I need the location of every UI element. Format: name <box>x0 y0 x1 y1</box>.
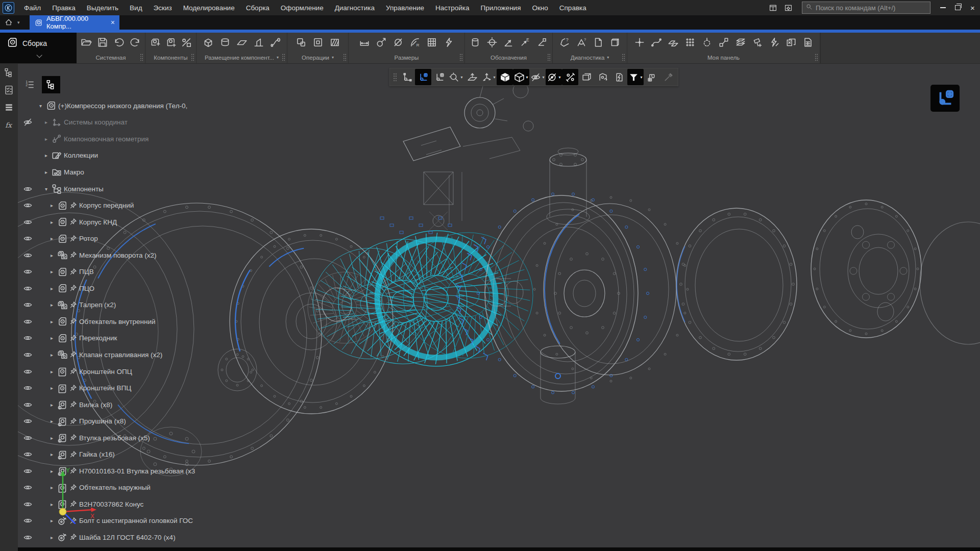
display-solid-button[interactable] <box>497 69 513 85</box>
panel-tree-button[interactable] <box>0 64 18 81</box>
caret-down-icon[interactable]: ▾ <box>558 75 560 80</box>
planes-button[interactable] <box>665 34 681 51</box>
visibility-icon[interactable] <box>21 400 34 410</box>
document-type-panel[interactable]: Сборка <box>0 33 77 63</box>
tree-item-label[interactable]: Макро <box>64 168 84 176</box>
tree-item-label[interactable]: Компоненты <box>64 185 104 193</box>
tree-item-label[interactable]: Вилка (x8) <box>79 401 112 409</box>
filter-objects-button[interactable]: ▾ <box>627 69 644 85</box>
save-button[interactable] <box>95 34 111 51</box>
menu-item-12[interactable]: Окно <box>526 0 553 15</box>
window-layout-button[interactable] <box>766 2 779 13</box>
sketch-button[interactable] <box>699 34 715 51</box>
visibility-icon[interactable] <box>21 416 34 426</box>
group-grip-icon[interactable] <box>140 54 143 61</box>
tree-expand-icon[interactable]: ▸ <box>42 119 50 125</box>
visibility-icon[interactable] <box>21 184 34 194</box>
menu-item-13[interactable]: Справка <box>554 0 592 15</box>
doc-button[interactable] <box>590 34 606 51</box>
tree-row-5[interactable]: ▾Компоненты <box>18 181 258 197</box>
tree-row-19[interactable]: ▸Проушина (x8) <box>18 413 258 430</box>
plane-button[interactable] <box>234 34 250 51</box>
tree-row-8[interactable]: ▸Ротор <box>18 230 258 247</box>
tree-expand-icon[interactable]: ▸ <box>42 169 50 175</box>
tree-expand-icon[interactable]: ▾ <box>37 103 44 109</box>
visibility-icon[interactable] <box>21 483 34 492</box>
loads-button[interactable] <box>644 69 660 85</box>
datum-x-button[interactable] <box>534 34 550 51</box>
hole-button[interactable] <box>310 34 326 51</box>
orientation-current-button[interactable] <box>415 69 431 85</box>
tree-item-label[interactable]: Системы координат <box>64 118 128 126</box>
tree-row-9[interactable]: ▸Механизм поворота (x2) <box>18 247 258 264</box>
visibility-icon[interactable] <box>21 350 34 360</box>
tree-row-7[interactable]: ▸Корпус КНД <box>18 214 258 231</box>
caret-down-icon[interactable]: ▾ <box>460 75 462 80</box>
tree-row-26[interactable]: ▸Шайба 12Л ГОСТ 6402-70 (x4) <box>18 529 258 546</box>
tree-item-label[interactable]: Шайба 12Л ГОСТ 6402-70 (x4) <box>79 534 176 541</box>
menu-item-8[interactable]: Диагностика <box>329 0 380 15</box>
visibility-icon[interactable] <box>21 300 34 310</box>
group-grip-icon[interactable] <box>282 54 285 61</box>
menu-item-7[interactable]: Оформление <box>275 0 329 15</box>
visibility-icon[interactable] <box>21 267 34 277</box>
visibility-icon[interactable] <box>21 234 34 243</box>
views-button[interactable] <box>783 34 799 51</box>
tree-expand-icon[interactable]: ▸ <box>48 369 56 374</box>
group-caret-icon[interactable]: ▾ <box>332 55 334 60</box>
tree-row-14[interactable]: ▸Переходник <box>18 330 258 347</box>
flash-button[interactable] <box>766 34 782 51</box>
links-button[interactable] <box>716 34 732 51</box>
tree-row-1[interactable]: ▸Системы координат <box>18 114 258 131</box>
dim-smart-button[interactable] <box>373 34 389 51</box>
tree-expand-icon[interactable]: ▸ <box>48 302 56 308</box>
tree-expand-icon[interactable]: ▸ <box>48 253 56 258</box>
component-ref-button[interactable] <box>179 34 194 51</box>
search-input[interactable] <box>816 4 926 12</box>
minimize-button[interactable] <box>936 0 950 15</box>
caret-down-icon[interactable]: ▾ <box>542 75 544 80</box>
check-angle-button[interactable]: ? <box>573 34 590 51</box>
menu-item-6[interactable]: Сборка <box>240 0 275 15</box>
visibility-icon[interactable] <box>21 449 34 459</box>
tree-item-label[interactable]: Обтекатель внутренний <box>79 318 156 325</box>
layers-button[interactable] <box>732 34 749 51</box>
menu-item-2[interactable]: Выделить <box>81 0 124 15</box>
rib-button[interactable] <box>251 34 267 51</box>
tree-expand-icon[interactable]: ▸ <box>48 236 56 241</box>
caret-down-icon[interactable]: ▾ <box>526 75 528 80</box>
check-distance-button[interactable]: ? <box>556 34 573 51</box>
ribbon-collapse-chevron-icon[interactable] <box>0 54 77 63</box>
component-add-button[interactable] <box>148 34 163 51</box>
tree-item-label[interactable]: Корпус КНД <box>79 218 117 226</box>
menu-item-9[interactable]: Управление <box>380 0 430 15</box>
pattern-button[interactable] <box>293 34 309 51</box>
spotlight-button[interactable] <box>749 34 766 51</box>
tree-expand-icon[interactable]: ▸ <box>48 335 56 341</box>
workspace-settings-button[interactable] <box>781 2 795 13</box>
table-button[interactable] <box>800 34 816 51</box>
tree-row-4[interactable]: ▸Макро <box>18 164 258 181</box>
zoom-tools-button[interactable]: ▾ <box>448 69 464 85</box>
tree-row-6[interactable]: ▸Корпус передний <box>18 197 258 214</box>
visibility-icon[interactable] <box>21 251 34 260</box>
tree-row-3[interactable]: ▸Коллекции <box>18 147 258 164</box>
tree-row-0[interactable]: ▾(+)Компрессор низкого давления (Тел-0, <box>18 97 258 114</box>
visibility-icon[interactable] <box>21 516 34 525</box>
tree-item-label[interactable]: Кронштейн ОПЦ <box>79 368 132 375</box>
group-grip-icon[interactable] <box>815 54 818 61</box>
group-grip-icon[interactable] <box>343 54 347 61</box>
section-view-button[interactable] <box>578 69 595 85</box>
extrude-button[interactable] <box>200 34 216 51</box>
tree-expand-icon[interactable]: ▸ <box>48 535 56 540</box>
tree-item-label[interactable]: Кронштейн ВПЦ <box>79 384 131 392</box>
dim-radius-button[interactable]: R <box>407 34 423 51</box>
tree-expand-icon[interactable]: ▸ <box>48 286 56 291</box>
visibility-off-icon[interactable] <box>21 117 34 127</box>
part-box-button[interactable] <box>607 34 623 51</box>
menu-item-5[interactable]: Моделирование <box>178 0 240 15</box>
menu-item-10[interactable]: Настройка <box>430 0 475 15</box>
visibility-icon[interactable] <box>21 333 34 343</box>
kompas-view-indicator-icon[interactable] <box>930 85 960 112</box>
tree-expand-icon[interactable]: ▸ <box>48 385 56 391</box>
